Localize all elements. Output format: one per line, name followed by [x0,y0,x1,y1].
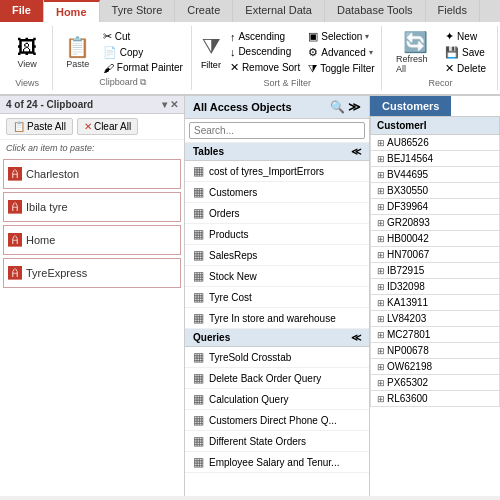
copy-button[interactable]: 📄 Copy [100,45,186,60]
delete-button[interactable]: ✕ Delete [442,61,489,76]
advanced-button[interactable]: ⚙ Advanced ▾ [305,45,377,60]
row-expand-icon[interactable]: ⊞ [377,330,385,340]
nav-item[interactable]: ▦Tyre In store and warehouse [185,308,369,329]
nav-item-icon: ▦ [193,164,204,178]
clipboard-expand-icon[interactable]: ⧉ [140,77,146,87]
clipboard-item[interactable]: 🅰Charleston [3,159,181,189]
remove-sort-button[interactable]: ✕ Remove Sort [227,60,303,75]
tab-database-tools[interactable]: Database Tools [325,0,426,22]
clear-all-button[interactable]: ✕ Clear All [77,118,138,135]
clipboard-options-icon[interactable]: ▾ [162,99,167,110]
cut-button[interactable]: ✂ Cut [100,29,186,44]
table-row[interactable]: ⊞BV44695 [371,167,500,183]
nav-item[interactable]: ▦Different State Orders [185,431,369,452]
table-row[interactable]: ⊞DF39964 [371,199,500,215]
table-row[interactable]: ⊞MC27801 [371,327,500,343]
nav-item-label: Employee Salary and Tenur... [209,457,339,468]
row-expand-icon[interactable]: ⊞ [377,218,385,228]
clipboard-item[interactable]: 🅰TyreExpress [3,258,181,288]
nav-item[interactable]: ▦TyreSold Crosstab [185,347,369,368]
view-button[interactable]: 🖼 View [9,34,45,71]
view-icon: 🖼 [17,36,37,59]
table-row[interactable]: ⊞PX65302 [371,375,500,391]
table-row[interactable]: ⊞GR20893 [371,215,500,231]
refresh-all-button[interactable]: 🔄 Refresh All [392,28,438,76]
nav-item[interactable]: ▦Stock New [185,266,369,287]
selection-button[interactable]: ▣ Selection ▾ [305,29,377,44]
ascending-label: Ascending [238,31,285,42]
clipboard-close-icon[interactable]: ✕ [170,99,178,110]
row-expand-icon[interactable]: ⊞ [377,282,385,292]
row-expand-icon[interactable]: ⊞ [377,266,385,276]
table-row[interactable]: ⊞RL63600 [371,391,500,407]
row-expand-icon[interactable]: ⊞ [377,154,385,164]
ribbon-group-clipboard: 📋 Paste ✂ Cut 📄 Copy 🖌 Format Painter [55,26,192,90]
customers-tab[interactable]: Customers [370,96,451,116]
table-row[interactable]: ⊞IB72915 [371,263,500,279]
row-expand-icon[interactable]: ⊞ [377,298,385,308]
table-row[interactable]: ⊞NP00678 [371,343,500,359]
ascending-button[interactable]: ↑ Ascending [227,30,303,44]
nav-item-label: Tyre In store and warehouse [209,313,336,324]
table-row[interactable]: ⊞BEJ14564 [371,151,500,167]
table-row[interactable]: ⊞OW62198 [371,359,500,375]
clipboard-item[interactable]: 🅰Home [3,225,181,255]
table-row[interactable]: ⊞AU86526 [371,135,500,151]
filter-label: Filter [201,60,221,70]
clipboard-item-text: Ibila tyre [26,201,68,213]
table-row[interactable]: ⊞KA13911 [371,295,500,311]
row-expand-icon[interactable]: ⊞ [377,250,385,260]
row-expand-icon[interactable]: ⊞ [377,170,385,180]
nav-search-icon[interactable]: 🔍 [330,100,345,114]
table-cell-customerid: ⊞PX65302 [371,375,500,391]
table-row[interactable]: ⊞LV84203 [371,311,500,327]
row-expand-icon[interactable]: ⊞ [377,314,385,324]
new-record-button[interactable]: ✦ New [442,29,489,44]
nav-section-tables[interactable]: Tables≪ [185,143,369,161]
tab-create[interactable]: Create [175,0,233,22]
nav-item[interactable]: ▦SalesReps [185,245,369,266]
nav-search-input[interactable] [189,122,365,139]
toggle-filter-button[interactable]: ⧩ Toggle Filter [305,61,377,76]
row-expand-icon[interactable]: ⊞ [377,138,385,148]
tab-home[interactable]: Home [44,0,100,22]
nav-menu-icon[interactable]: ≫ [348,100,361,114]
nav-item[interactable]: ▦Tyre Cost [185,287,369,308]
nav-section-queries[interactable]: Queries≪ [185,329,369,347]
nav-section-collapse-icon: ≪ [351,332,361,343]
row-expand-icon[interactable]: ⊞ [377,234,385,244]
descending-button[interactable]: ↓ Descending [227,45,303,59]
row-expand-icon[interactable]: ⊞ [377,394,385,404]
format-painter-button[interactable]: 🖌 Format Painter [100,61,186,75]
table-row[interactable]: ⊞HB00042 [371,231,500,247]
save-button[interactable]: 💾 Save [442,45,489,60]
tab-fields[interactable]: Fields [426,0,480,22]
table-row[interactable]: ⊞BX30550 [371,183,500,199]
row-expand-icon[interactable]: ⊞ [377,362,385,372]
table-row[interactable]: ⊞HN70067 [371,247,500,263]
nav-item[interactable]: ▦Products [185,224,369,245]
nav-item[interactable]: ▦Employee Salary and Tenur... [185,452,369,473]
tab-tyre-store[interactable]: Tyre Store [100,0,176,22]
nav-item[interactable]: ▦Customers [185,182,369,203]
nav-item[interactable]: ▦Calculation Query [185,389,369,410]
paste-button[interactable]: 📋 Paste [60,33,96,71]
clipboard-item[interactable]: 🅰Ibila tyre [3,192,181,222]
row-expand-icon[interactable]: ⊞ [377,186,385,196]
table-cell-customerid: ⊞BEJ14564 [371,151,500,167]
paste-icon: 📋 [65,35,90,59]
tab-file[interactable]: File [0,0,44,22]
nav-item[interactable]: ▦Delete Back Order Query [185,368,369,389]
table-cell-customerid: ⊞NP00678 [371,343,500,359]
row-expand-icon[interactable]: ⊞ [377,202,385,212]
table-row[interactable]: ⊞ID32098 [371,279,500,295]
nav-item[interactable]: ▦Orders [185,203,369,224]
row-expand-icon[interactable]: ⊞ [377,378,385,388]
row-expand-icon[interactable]: ⊞ [377,346,385,356]
filter-button[interactable]: ⧩ Filter [197,32,225,72]
paste-all-button[interactable]: 📋 Paste All [6,118,73,135]
clipboard-panel: 4 of 24 - Clipboard ▾ ✕ 📋 Paste All ✕ Cl… [0,96,185,496]
nav-item[interactable]: ▦cost of tyres_ImportErrors [185,161,369,182]
nav-item[interactable]: ▦Customers Direct Phone Q... [185,410,369,431]
tab-external-data[interactable]: External Data [233,0,325,22]
